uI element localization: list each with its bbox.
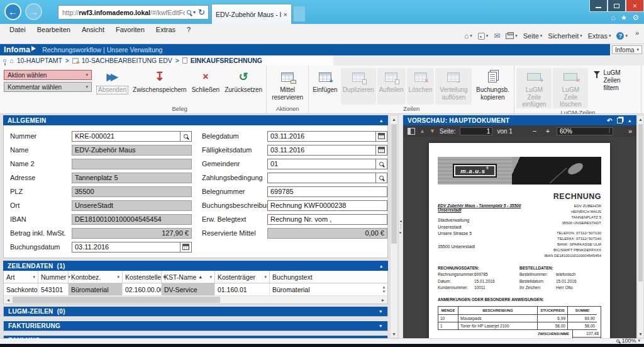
zoom-in-button[interactable]: + [543, 127, 552, 135]
cell-kst-name[interactable]: DV-Service [162, 283, 215, 295]
tab-close-icon[interactable]: × [284, 11, 287, 18]
menu-datei[interactable]: Datei [4, 25, 31, 34]
gemeindenr-lookup-button[interactable] [376, 159, 387, 169]
section-header-zeilendaten[interactable]: ZEILENDATEN (1) [3, 261, 388, 271]
cell-kostenstelle[interactable]: 02.160.00.00 [123, 283, 162, 295]
next-page-icon[interactable]: ▼ [430, 128, 435, 134]
browser-tab[interactable]: EDV-Zubehör Maus - INFO... × [211, 4, 292, 24]
breadcrumb-level1[interactable]: 10-HAUPTAMT [17, 57, 62, 64]
zahlungsbedingung-field[interactable] [267, 173, 376, 183]
close-button[interactable]: × [626, 0, 644, 12]
commandbar-overflow-chevron[interactable]: » [635, 29, 639, 37]
section-header-vorschau[interactable]: VORSCHAU: HAUPTDOKUMENT ↶ [403, 115, 636, 125]
zahlungsbedingung-lookup-button[interactable] [376, 173, 387, 183]
seite-menu[interactable]: Seite▾ [523, 32, 543, 40]
sidebar-toggle-icon[interactable] [408, 128, 415, 135]
cell-art[interactable]: Sachkonto [4, 283, 38, 295]
buchungsdatum-field[interactable]: 03.11.2016 [72, 242, 180, 253]
section-header-allgemein[interactable]: ALLGEMEIN [3, 115, 388, 125]
zwischenspeichern-button[interactable]: ↧ Zwischenspeichern [131, 68, 189, 105]
search-icon[interactable] [187, 10, 191, 14]
maximize-button[interactable] [608, 0, 626, 12]
column-header-nummer[interactable]: Nummer▾ [38, 271, 69, 283]
lugm-zeilen-filtern-toggle[interactable]: LuGM Zeilen filtern [589, 68, 640, 108]
collapse-right-icon[interactable]: ▸ [399, 230, 401, 234]
scroll-up-icon[interactable]: ▲ [638, 116, 643, 123]
breadcrumb-level2[interactable]: 10-SACHBEARBEITUNG EDV [82, 57, 172, 64]
refresh-icon[interactable] [198, 8, 205, 17]
column-header-kontobez[interactable]: Kontobez.▾ [69, 271, 123, 283]
help-menu[interactable]: ?▾ [616, 32, 628, 40]
buchungsdatum-calendar-button[interactable] [180, 242, 192, 253]
browser-zoom-control[interactable]: 100% ▾ [616, 338, 640, 344]
verteilung-aufloesen-button[interactable]: → Verteilung auflösen [435, 68, 472, 105]
scroll-down-icon[interactable]: ▼ [638, 331, 643, 338]
panel-splitter[interactable]: ◂ ⋮ ▸ [398, 115, 403, 338]
open-in-window-icon[interactable] [617, 118, 623, 123]
scroll-left-icon[interactable]: ◂ [4, 297, 13, 303]
menu-hilfe[interactable]: ? [181, 25, 196, 34]
extras-menu[interactable]: Extras▾ [588, 32, 611, 40]
home-icon[interactable]: ⌂ [611, 13, 615, 22]
breadcrumb-level3-active[interactable]: EINKAUFSRECHNUNG [191, 57, 262, 64]
loeschen-button[interactable]: × Löschen [407, 68, 435, 105]
scroll-down-icon[interactable]: ▼ [392, 331, 396, 338]
forward-button[interactable] [25, 3, 42, 20]
belegdatum-calendar-button[interactable] [376, 131, 387, 142]
page-scrollbar[interactable]: ▲ ▼ [637, 115, 644, 338]
scrollbar-thumb[interactable] [391, 124, 397, 244]
cell-buchungstext[interactable]: Büromaterial [270, 283, 380, 295]
toolbar-more-chevron[interactable]: » [628, 127, 632, 135]
duplizieren-button[interactable]: Duplizieren [341, 68, 376, 105]
column-header-buchungstext[interactable]: Buchungstext [270, 271, 387, 283]
absenden-button[interactable]: ▶▶ Absenden [95, 68, 130, 105]
cell-kostentraeger[interactable]: 01.160.01 [215, 283, 270, 295]
read-mail-icon[interactable]: ✉ [494, 31, 500, 40]
menu-ansicht[interactable]: Ansicht [76, 25, 110, 34]
scroll-up-icon[interactable]: ▲ [392, 116, 396, 123]
horizontal-scrollbar[interactable]: ◂ ▸ [4, 296, 387, 304]
column-header-kst-name[interactable]: KST-Name▲▾ [162, 271, 215, 283]
faelligkeitsdatum-calendar-button[interactable] [376, 145, 387, 156]
einfuegen-button[interactable]: + Einfügen [311, 68, 339, 105]
schliessen-button[interactable]: × Schließen [190, 68, 221, 105]
nummer-lookup-button[interactable] [180, 131, 192, 142]
column-header-kostenstelle[interactable]: Kostenstelle▾ [123, 271, 162, 283]
collapse-icon[interactable] [379, 118, 384, 123]
page-number-input[interactable]: 1 [460, 127, 492, 135]
home-button[interactable]: ⌂▾ [464, 31, 472, 40]
column-filter-icon[interactable]: ▾ [208, 275, 212, 280]
document-viewport[interactable]: m.a.u.s RECHNUNG EDV Zubehör Maus - Tann… [403, 137, 636, 338]
column-filter-icon[interactable]: ▾ [262, 275, 267, 280]
cell-kontobez[interactable]: Büromaterial [69, 283, 123, 295]
zoom-out-button[interactable]: − [530, 127, 539, 135]
pin-icon[interactable] [3, 59, 6, 62]
feeds-button[interactable]: ▾ [478, 33, 489, 40]
lugm-zeile-loeschen-button[interactable]: × LuGM Zeile löschen [553, 68, 588, 108]
buchungsb-kopieren-button[interactable]: Buchungsb. kopieren [473, 68, 512, 105]
collapse-icon[interactable] [379, 264, 384, 268]
cell-nummer[interactable]: 543101 [38, 283, 69, 295]
scroll-right-icon[interactable]: ▸ [379, 297, 387, 303]
section-header-fakturierung[interactable]: FAKTURIERUNG [3, 321, 388, 331]
address-bar[interactable]: http://rwf3.infomademo.lokal/#/kwfEditFo… [58, 5, 209, 20]
settings-gear-icon[interactable]: ⚙ [632, 13, 639, 22]
faelligkeitsdatum-field[interactable]: 03.11.2016 [267, 145, 376, 156]
column-header-kostentraeger[interactable]: Kostenträger▾ [215, 271, 270, 283]
print-button[interactable]: ▾ [506, 33, 518, 39]
column-filter-icon[interactable]: ▾ [115, 275, 119, 280]
action-select[interactable]: Aktion wählen▾ [4, 70, 92, 80]
scrollbar-thumb[interactable] [638, 124, 643, 282]
buchungsbeschreibung-field[interactable]: Rechnung KWF0000238 [267, 200, 387, 211]
belegdatum-field[interactable]: 03.11.2016 [267, 131, 376, 142]
aufteilen-button[interactable]: Aufteilen [377, 68, 406, 105]
form-panel-scrollbar[interactable]: ▲ ▼ [390, 115, 398, 338]
mittel-reservieren-button[interactable]: Mittel reservieren [269, 68, 306, 105]
lugm-zeile-einfuegen-button[interactable]: + LuGM Zeile einfügen [516, 68, 552, 108]
favorites-star-icon[interactable]: ★ [620, 13, 627, 22]
zoom-select[interactable]: 60%⁞ [557, 127, 613, 135]
collapse-left-icon[interactable]: ◂ [399, 219, 401, 223]
row-spinner[interactable]: ▲▼ [380, 283, 387, 295]
gemeindenr-field[interactable]: 01 [267, 159, 376, 169]
new-tab-button[interactable] [293, 6, 306, 22]
